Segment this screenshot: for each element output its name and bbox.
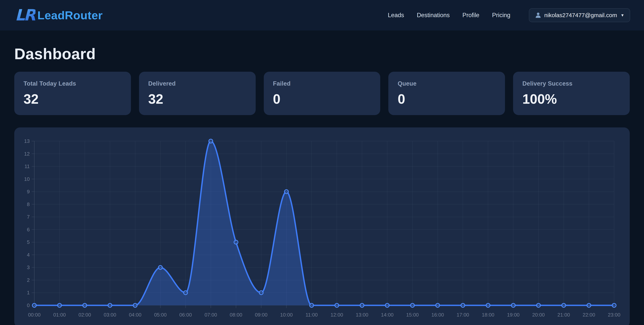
stat-label: Queue [398, 80, 496, 87]
x-tick-label: 03:00 [104, 312, 116, 318]
nav-item-leads[interactable]: Leads [388, 12, 404, 19]
x-tick-label: 01:00 [53, 312, 66, 318]
leadrouter-logo-icon: LR [14, 4, 36, 26]
data-point [436, 304, 440, 307]
y-tick-label: 11 [24, 164, 30, 169]
data-point [234, 240, 238, 244]
data-point [209, 139, 213, 143]
data-point [310, 304, 314, 307]
stat-value: 0 [273, 91, 371, 107]
x-tick-label: 10:00 [280, 312, 293, 318]
stat-label: Total Today Leads [24, 80, 122, 87]
nav-item-profile[interactable]: Profile [462, 12, 479, 19]
y-tick-label: 12 [24, 151, 30, 157]
stat-card-delivered: Delivered 32 [139, 72, 256, 115]
data-point [385, 304, 389, 307]
series-area-fill [34, 141, 614, 305]
x-tick-label: 11:00 [306, 312, 318, 318]
y-tick-label: 3 [27, 264, 30, 270]
data-point [58, 304, 62, 307]
user-avatar-icon [535, 12, 542, 19]
top-nav-bar: LR LeadRouter Leads Destinations Profile… [0, 0, 644, 30]
stat-card-failed: Failed 0 [264, 72, 380, 115]
chevron-down-icon: ▼ [620, 13, 624, 18]
nav-item-destinations[interactable]: Destinations [417, 12, 450, 19]
data-point [562, 304, 566, 307]
user-menu-button[interactable]: nikolas2747477@gmail.com ▼ [529, 8, 630, 22]
x-tick-label: 22:00 [583, 312, 595, 318]
stat-value: 32 [24, 91, 122, 107]
leads-area-chart: 01234567891011121300:0001:0002:0003:0004… [14, 128, 630, 325]
page-title: Dashboard [14, 45, 630, 63]
stat-label: Delivered [148, 80, 246, 87]
x-tick-label: 19:00 [507, 312, 520, 318]
x-tick-label: 09:00 [255, 312, 268, 318]
data-point [612, 304, 616, 307]
x-tick-label: 05:00 [154, 312, 166, 318]
stat-label: Failed [273, 80, 371, 87]
y-tick-label: 5 [27, 239, 30, 245]
x-tick-label: 00:00 [28, 312, 40, 318]
main-nav: Leads Destinations Profile Pricing [388, 12, 510, 19]
y-tick-label: 1 [27, 290, 30, 296]
data-point [259, 291, 263, 294]
x-tick-label: 04:00 [129, 312, 141, 318]
data-point [335, 304, 339, 307]
x-tick-label: 14:00 [381, 312, 394, 318]
stat-card-delivery-success: Delivery Success 100% [513, 72, 630, 115]
stat-label: Delivery Success [522, 80, 620, 87]
data-point [133, 304, 137, 307]
y-tick-label: 6 [27, 227, 30, 232]
x-tick-label: 07:00 [204, 312, 217, 318]
y-tick-label: 13 [24, 138, 30, 144]
stat-value: 100% [522, 91, 620, 107]
stats-row: Total Today Leads 32 Delivered 32 Failed… [14, 72, 630, 115]
y-tick-label: 7 [27, 214, 30, 220]
nav-item-pricing[interactable]: Pricing [492, 12, 510, 19]
data-point [360, 304, 364, 307]
x-tick-label: 21:00 [558, 312, 570, 318]
y-tick-label: 8 [27, 202, 30, 207]
stat-value: 0 [398, 91, 496, 107]
x-tick-label: 15:00 [406, 312, 419, 318]
y-tick-label: 0 [27, 302, 30, 308]
x-tick-label: 12:00 [330, 312, 343, 318]
user-email: nikolas2747477@gmail.com [544, 12, 617, 18]
data-point [511, 304, 515, 307]
y-tick-label: 10 [24, 176, 30, 182]
stat-value: 32 [148, 91, 246, 107]
stat-card-queue: Queue 0 [388, 72, 505, 115]
series-line [34, 141, 614, 305]
data-point [461, 304, 465, 307]
dashboard-page: Dashboard Total Today Leads 32 Delivered… [0, 45, 644, 325]
x-tick-label: 13:00 [356, 312, 368, 318]
x-tick-label: 16:00 [431, 312, 444, 318]
x-tick-label: 17:00 [456, 312, 469, 318]
x-tick-label: 23:00 [608, 312, 620, 318]
data-point [184, 291, 188, 294]
data-point [587, 304, 591, 307]
data-point [486, 304, 490, 307]
x-tick-label: 02:00 [78, 312, 91, 318]
leads-per-hour-chart-panel: 01234567891011121300:0001:0002:0003:0004… [14, 128, 630, 325]
data-point [284, 190, 288, 194]
x-tick-label: 20:00 [532, 312, 545, 318]
x-tick-label: 06:00 [179, 312, 192, 318]
data-point [158, 266, 162, 269]
logo-monogram: LR [15, 6, 36, 24]
brand-logo[interactable]: LR LeadRouter [14, 4, 102, 26]
data-point [83, 304, 86, 307]
data-point [536, 304, 540, 307]
y-tick-label: 4 [27, 252, 30, 258]
x-tick-label: 18:00 [482, 312, 494, 318]
data-point [32, 304, 36, 307]
data-point [108, 304, 112, 307]
y-tick-label: 2 [27, 277, 30, 283]
y-tick-label: 9 [27, 189, 30, 194]
brand-name: LeadRouter [38, 9, 102, 22]
stat-card-total-today-leads: Total Today Leads 32 [14, 72, 131, 115]
x-tick-label: 08:00 [230, 312, 242, 318]
data-point [410, 304, 414, 307]
